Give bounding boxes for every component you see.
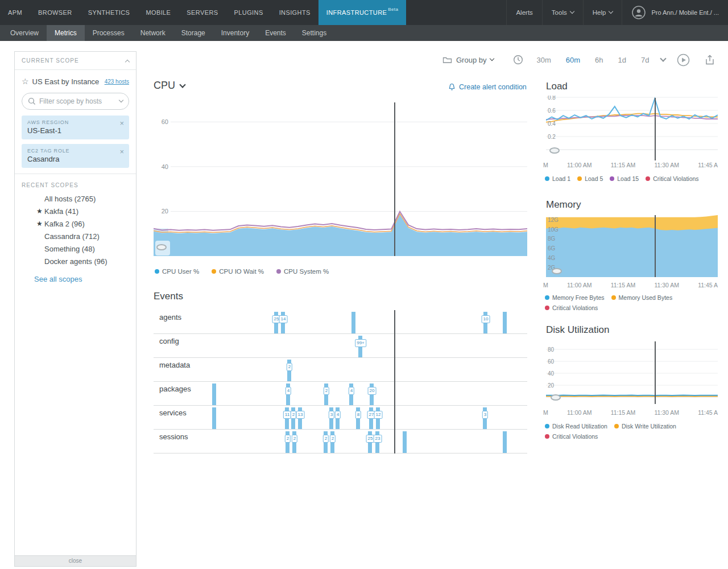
top-nav-item[interactable]: BROWSER [30,0,80,25]
recent-scope-item[interactable]: Something (48) [15,243,136,255]
top-nav-item[interactable]: SYNTHETICS [80,0,138,25]
svg-text:8G: 8G [548,236,556,242]
sub-nav-item-metrics[interactable]: Metrics [47,25,85,41]
time-cursor-line [394,310,395,453]
folder-icon [442,56,452,64]
share-export-icon[interactable] [705,55,715,65]
chart-toolbar: Group by 30m60m6h1d7d [442,50,719,69]
axis-time-label: 11:15 AM [611,282,636,288]
sub-nav-item-storage[interactable]: Storage [173,25,213,41]
event-count-badge: 2 [324,387,329,395]
time-range-60m[interactable]: 60m [559,56,588,64]
legend-item[interactable]: CPU IO Wait % [212,268,264,275]
event-mark[interactable] [503,312,507,333]
event-row-agents: agents251410 [154,310,527,334]
top-nav: APMBROWSERSYNTHETICSMOBILESERVERSPLUGINS… [0,0,728,25]
legend-item[interactable]: Load 15 [610,175,639,182]
scope-filter-chip: AWS RESGIONUS-East-1× [22,116,129,139]
event-mark[interactable] [351,312,355,333]
legend-dot [545,424,549,428]
eye-icon [156,244,167,250]
event-count-badge: 23 [374,435,382,443]
legend-item[interactable]: Critical Violations [545,433,598,440]
sub-nav-item-overview[interactable]: Overview [2,25,47,41]
top-nav-item-active[interactable]: INFRASTRUCTUREBeta [318,0,407,25]
time-range-30m[interactable]: 30m [529,56,558,64]
chevron-down-icon[interactable] [119,98,123,102]
event-mark[interactable] [403,431,407,453]
legend-item[interactable]: Load 1 [545,175,570,182]
recent-scope-item[interactable]: All hosts (2765) [15,193,136,205]
top-nav-items: APMBROWSERSYNTHETICSMOBILESERVERSPLUGINS… [0,0,406,25]
chip-label: EC2 TAG ROLE [27,148,123,154]
time-range-7d[interactable]: 7d [634,56,656,64]
legend-item[interactable]: Memory Free Bytes [545,294,605,301]
eye-icon[interactable] [549,147,560,154]
time-range-1d[interactable]: 1d [611,56,634,64]
search-icon [28,97,36,105]
legend-item[interactable]: Disk Read Utilization [545,423,607,430]
account-menu[interactable]: Pro Ann./ Mobile Ent./ ... [622,0,728,25]
alerts-menu[interactable]: Alerts [506,0,541,25]
chevron-up-icon[interactable] [125,59,130,64]
scope-filter-input[interactable] [39,97,116,105]
recent-scope-item[interactable]: Cassandra (712) [15,230,136,243]
cpu-chart-preview-toggle[interactable] [155,241,170,255]
event-mark[interactable] [212,407,216,429]
legend-label: CPU System % [284,268,329,275]
chevron-down-icon[interactable] [660,55,667,61]
recent-scope-item[interactable]: Docker agents (96) [15,255,136,268]
legend-item[interactable]: Load 5 [577,175,603,182]
hosts-count-link[interactable]: 423 hosts [105,79,129,85]
group-by-dropdown[interactable]: Group by [442,56,494,64]
time-range-6h[interactable]: 6h [588,56,610,64]
sidebar-close-button[interactable]: close [15,555,136,566]
scope-item-label: Docker agents (96) [44,257,107,266]
sub-nav-item-network[interactable]: Network [133,25,173,41]
sub-nav-item-processes[interactable]: Processes [85,25,133,41]
create-alert-condition-link[interactable]: Create alert condition [448,83,532,91]
svg-text:10G: 10G [548,226,559,233]
top-nav-item[interactable]: INSIGHTS [271,0,318,25]
events-section-title: Events [154,291,183,302]
top-nav-item[interactable]: SERVERS [179,0,226,25]
top-nav-item[interactable]: APM [0,0,30,25]
play-button[interactable] [677,53,690,67]
chip-remove-icon[interactable]: × [119,148,124,155]
eye-icon[interactable] [551,394,561,401]
cpu-section-title[interactable]: CPU [154,80,185,92]
current-scope-header[interactable]: CURRENT SCOPE [15,52,136,70]
event-mark[interactable] [212,384,216,405]
see-all-scopes-link[interactable]: See all scopes [34,275,136,283]
top-nav-item[interactable]: MOBILE [138,0,179,25]
recent-scopes-list: All hosts (2765)★Kakfa (41)★Kafka 2 (96)… [15,193,136,268]
chip-remove-icon[interactable]: × [119,119,124,127]
sub-nav-item-settings[interactable]: Settings [294,25,334,41]
legend-item[interactable]: Memory Used Bytes [611,294,673,301]
axis-time-label: M [543,162,548,168]
eye-icon[interactable] [552,268,562,274]
recent-scope-item[interactable]: ★Kafka 2 (96) [15,218,136,230]
legend-dot [646,176,650,181]
cpu-chart: 204060 [154,100,527,256]
event-mark[interactable] [503,431,507,453]
recent-scope-item[interactable]: ★Kakfa (41) [15,205,136,218]
legend-item[interactable]: Critical Violations [545,304,598,311]
tools-label: Tools [552,9,567,16]
top-nav-item[interactable]: PLUGINS [226,0,271,25]
legend-item[interactable]: Disk Write Utilization [614,423,676,430]
help-menu[interactable]: Help [583,0,622,25]
event-row-sessions: sessions22222523 [154,430,527,453]
event-row-label: metadata [159,361,190,369]
tools-menu[interactable]: Tools [542,0,583,25]
legend-item[interactable]: CPU System % [276,268,329,275]
bell-icon [448,83,456,91]
legend-item[interactable]: CPU User % [155,268,199,275]
legend-item[interactable]: Critical Violations [646,175,698,182]
sub-nav-item-inventory[interactable]: Inventory [213,25,257,41]
star-outline-icon[interactable]: ☆ [22,77,29,86]
cpu-legend: CPU User %CPU IO Wait %CPU System % [155,268,439,275]
legend-dot [545,176,549,181]
legend-dot [577,176,582,181]
sub-nav-item-events[interactable]: Events [257,25,294,41]
